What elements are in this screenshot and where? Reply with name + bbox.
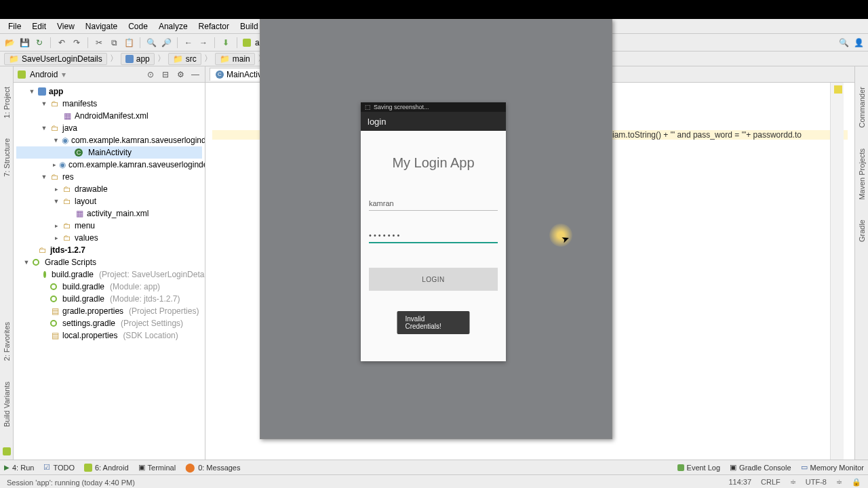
rail-build-variants[interactable]: Build Variants: [3, 382, 11, 427]
replace-icon[interactable]: 🔎: [161, 37, 172, 48]
status-session: Session 'app': running (today 4:40 PM): [7, 479, 135, 487]
back-icon[interactable]: ←: [183, 37, 194, 48]
rail-commander[interactable]: Commander: [858, 87, 866, 128]
node-pkg2[interactable]: com.example.kamran.saveuserlogindetails: [68, 159, 205, 171]
rail-favorites[interactable]: 2: Favorites: [3, 322, 11, 361]
bottom-toolbar: ▶4: Run ☑TODO 6: Android ▣Terminal ⬤0: M…: [0, 460, 868, 474]
status-encoding[interactable]: UTF-8: [806, 478, 827, 487]
app-title: My Login App: [369, 138, 498, 197]
node-activity-main[interactable]: activity_main.xml: [87, 207, 149, 220]
open-icon[interactable]: 📂: [4, 37, 15, 48]
rail-gradle[interactable]: Gradle: [858, 220, 866, 242]
tool-todo[interactable]: ☑TODO: [43, 463, 75, 472]
menu-edit[interactable]: Edit: [28, 20, 50, 33]
app-bar: login: [361, 112, 506, 131]
menu-code[interactable]: Code: [124, 20, 152, 33]
tool-event-log[interactable]: Event Log: [677, 463, 721, 472]
tool-gradle-console[interactable]: ▣Gradle Console: [730, 463, 791, 472]
redo-icon[interactable]: ↷: [71, 37, 82, 48]
right-rail: Commander Maven Projects Gradle: [854, 66, 868, 460]
crumb-app[interactable]: app: [121, 53, 155, 65]
menu-navigate[interactable]: Navigate: [81, 20, 121, 33]
scroll-to-icon[interactable]: ⊙: [145, 69, 156, 80]
tool-messages[interactable]: ⬤0: Messages: [185, 462, 240, 472]
node-pkg1[interactable]: com.example.kamran.saveuserlogindetails: [71, 134, 205, 146]
statusbar: Session 'app': running (today 4:40 PM) 1…: [0, 474, 868, 488]
menu-build[interactable]: Build: [236, 20, 262, 33]
collapse-icon[interactable]: ⊟: [160, 69, 171, 80]
node-java[interactable]: java: [62, 122, 77, 134]
node-values[interactable]: values: [75, 232, 98, 244]
android-view-icon: [18, 70, 26, 79]
gear-icon[interactable]: ⚙: [175, 69, 186, 80]
project-view-selector[interactable]: Android: [30, 70, 58, 79]
username-field[interactable]: [369, 197, 498, 211]
password-field[interactable]: [369, 228, 498, 243]
status-lock-icon[interactable]: 🔒: [852, 478, 861, 487]
menu-file[interactable]: File: [4, 20, 25, 33]
saving-text: Saving screenshot...: [374, 104, 429, 110]
project-tree[interactable]: ▼app ▼🗀manifests ▦AndroidManifest.xml ▼🗀…: [14, 83, 205, 344]
toast-message: Invalid Credentials!: [397, 311, 470, 334]
phone-screen: ⬚ Saving screenshot... login My Login Ap…: [361, 102, 506, 361]
android-icon: [243, 39, 251, 47]
crumb-main[interactable]: 📁main: [215, 53, 255, 65]
node-gradle-scripts[interactable]: Gradle Scripts: [42, 256, 96, 268]
tool-terminal[interactable]: ▣Terminal: [138, 463, 176, 472]
camera-icon: ⬚: [365, 104, 371, 110]
node-layout[interactable]: layout: [75, 195, 96, 207]
node-build-gradle-app[interactable]: build.gradle: [60, 281, 104, 293]
node-gradle-properties[interactable]: gradle.properties: [62, 305, 123, 317]
node-res[interactable]: res: [62, 171, 74, 183]
search-everywhere-icon[interactable]: 🔍: [838, 37, 849, 48]
warning-icon[interactable]: [834, 85, 842, 94]
save-icon[interactable]: 💾: [19, 37, 30, 48]
user-icon[interactable]: 👤: [853, 37, 864, 48]
node-local-properties[interactable]: local.properties: [62, 329, 117, 342]
status-caret: 114:37: [728, 478, 751, 487]
crumb-project[interactable]: 📁SaveUserLoginDetails: [4, 53, 107, 65]
tool-memory[interactable]: ▭Memory Monitor: [801, 463, 864, 472]
hide-icon[interactable]: —: [190, 69, 201, 80]
node-build-gradle-project[interactable]: build.gradle: [49, 268, 94, 281]
tool-run[interactable]: ▶4: Run: [4, 464, 34, 472]
menu-refactor[interactable]: Refactor: [195, 20, 233, 33]
editor-gutter: [830, 83, 844, 460]
project-panel: Android ▾ ⊙ ⊟ ⚙ — ▼app ▼🗀manifests ▦Andr…: [14, 66, 205, 460]
crumb-src[interactable]: 📁src: [168, 53, 201, 65]
rail-maven[interactable]: Maven Projects: [858, 148, 866, 200]
find-icon[interactable]: 🔍: [146, 37, 157, 48]
paste-icon[interactable]: 📋: [123, 37, 134, 48]
make-icon[interactable]: ⬇: [220, 37, 231, 48]
node-app[interactable]: app: [49, 85, 63, 98]
node-build-gradle-jtds[interactable]: build.gradle: [60, 293, 104, 305]
undo-icon[interactable]: ↶: [56, 37, 67, 48]
tool-android[interactable]: 6: Android: [84, 464, 129, 472]
node-jtds[interactable]: jtds-1.2.7: [50, 244, 85, 256]
node-androidmanifest[interactable]: AndroidManifest.xml: [75, 110, 149, 122]
forward-icon[interactable]: →: [198, 37, 209, 48]
status-eol[interactable]: CRLF: [761, 478, 781, 487]
node-manifests[interactable]: manifests: [62, 98, 97, 110]
rail-project[interactable]: 1: Project: [3, 87, 11, 118]
sync-icon[interactable]: ↻: [34, 37, 45, 48]
node-settings-gradle[interactable]: settings.gradle: [60, 317, 115, 329]
left-rail: 1: Project 7: Structure 2: Favorites Bui…: [0, 66, 14, 460]
android-rail-icon[interactable]: [3, 447, 11, 455]
menu-view[interactable]: View: [53, 20, 79, 33]
menu-analyze[interactable]: Analyze: [155, 20, 192, 33]
copy-icon[interactable]: ⧉: [108, 37, 119, 48]
node-menu[interactable]: menu: [75, 220, 95, 232]
phone-statusbar: ⬚ Saving screenshot...: [361, 102, 506, 112]
node-drawable[interactable]: drawable: [75, 183, 108, 195]
node-mainactivity[interactable]: MainActivity: [85, 146, 132, 159]
cut-icon[interactable]: ✂: [94, 37, 104, 48]
rail-structure[interactable]: 7: Structure: [3, 138, 11, 177]
login-button[interactable]: LOGIN: [369, 268, 498, 291]
